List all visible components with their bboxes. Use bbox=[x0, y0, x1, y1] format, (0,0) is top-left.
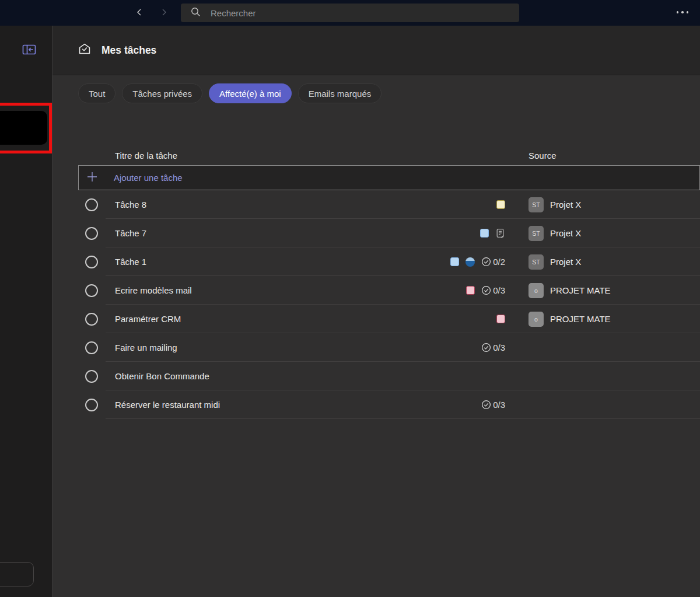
teams-top-bar bbox=[0, 0, 700, 26]
tab-assigned-to-me[interactable]: Affecté(e) à moi bbox=[209, 83, 292, 103]
task-indicators: 0/3 bbox=[388, 343, 505, 352]
task-title: Tâche 7 bbox=[115, 228, 388, 238]
checklist-check-icon bbox=[481, 285, 491, 295]
task-title: Paramétrer CRM bbox=[115, 314, 388, 324]
task-title: Tâche 8 bbox=[115, 200, 388, 210]
task-row[interactable]: Ecrire modèles mail0/3oPROJET MATE bbox=[52, 276, 700, 305]
search-bar[interactable] bbox=[181, 4, 519, 22]
tasks-app-main: Mes tâches ToutTâches privéesAffecté(e) … bbox=[52, 26, 700, 597]
page-header: Mes tâches bbox=[52, 26, 700, 75]
task-indicators: 0/3 bbox=[388, 285, 505, 295]
checklist-progress-value: 0/2 bbox=[493, 257, 505, 267]
task-source: oPROJET MATE bbox=[528, 312, 700, 327]
label-chip-blue bbox=[450, 257, 459, 266]
task-complete-checkbox[interactable] bbox=[85, 227, 98, 240]
task-title: Ecrire modèles mail bbox=[115, 285, 388, 295]
source-badge: o bbox=[528, 312, 544, 327]
task-indicators bbox=[388, 228, 505, 239]
plus-icon bbox=[86, 170, 99, 186]
checklist-check-icon bbox=[481, 400, 491, 410]
source-badge: ST bbox=[528, 197, 544, 212]
forward-button[interactable] bbox=[155, 5, 173, 21]
source-name: PROJET MATE bbox=[550, 314, 611, 324]
app-sidebar bbox=[0, 26, 52, 597]
tab-all[interactable]: Tout bbox=[78, 83, 116, 103]
column-header-source: Source bbox=[528, 151, 700, 160]
tab-flagged-emails[interactable]: Emails marqués bbox=[298, 83, 382, 103]
task-complete-checkbox[interactable] bbox=[85, 198, 98, 211]
task-source: STProjet X bbox=[528, 226, 700, 241]
checklist-progress: 0/2 bbox=[481, 257, 505, 267]
source-badge: ST bbox=[528, 254, 544, 270]
label-chip-pink bbox=[466, 286, 475, 295]
checklist-progress-value: 0/3 bbox=[493, 285, 505, 295]
back-button[interactable] bbox=[131, 5, 148, 21]
checklist-progress-value: 0/3 bbox=[493, 400, 505, 410]
checklist-check-icon bbox=[481, 343, 491, 352]
task-row[interactable]: Obtenir Bon Commande bbox=[52, 362, 700, 390]
task-row[interactable]: Paramétrer CRMoPROJET MATE bbox=[52, 305, 700, 333]
task-complete-checkbox[interactable] bbox=[85, 313, 98, 326]
source-name: Projet X bbox=[550, 200, 581, 210]
page-title: Mes tâches bbox=[102, 44, 156, 57]
label-chip-yellow bbox=[496, 200, 505, 209]
task-complete-checkbox[interactable] bbox=[85, 399, 98, 411]
task-indicators bbox=[388, 200, 505, 209]
task-source: STProjet X bbox=[528, 197, 700, 212]
tab-private-tasks[interactable]: Tâches privées bbox=[122, 83, 202, 103]
note-icon bbox=[495, 228, 505, 239]
task-title: Obtenir Bon Commande bbox=[115, 371, 388, 381]
task-row[interactable]: Tâche 10/2STProjet X bbox=[52, 247, 700, 276]
task-indicators: 0/2 bbox=[388, 257, 505, 267]
task-row[interactable]: Faire un mailing0/3 bbox=[52, 333, 700, 362]
label-chip-blue bbox=[480, 229, 489, 238]
task-complete-checkbox[interactable] bbox=[85, 284, 98, 297]
add-task-row[interactable]: Ajouter une tâche bbox=[78, 165, 700, 190]
task-title: Réserver le restaurant midi bbox=[115, 400, 388, 410]
table-header: Titre de la tâche Source bbox=[52, 145, 700, 165]
column-header-title: Titre de la tâche bbox=[115, 151, 388, 160]
annotation-highlight-box bbox=[0, 103, 52, 153]
task-complete-checkbox[interactable] bbox=[85, 341, 98, 354]
sidebar-bottom-button[interactable] bbox=[0, 562, 34, 586]
checklist-check-icon bbox=[481, 257, 491, 267]
task-row[interactable]: Tâche 7STProjet X bbox=[52, 219, 700, 247]
search-input[interactable] bbox=[209, 8, 489, 19]
in-progress-icon bbox=[466, 257, 475, 267]
label-chip-pink bbox=[496, 315, 505, 323]
collapse-sidebar-button[interactable] bbox=[20, 41, 38, 60]
collapse-panel-icon bbox=[20, 51, 38, 60]
task-indicators: 0/3 bbox=[388, 400, 505, 410]
chevron-right-icon bbox=[159, 8, 169, 19]
task-rows: Tâche 8STProjet XTâche 7STProjet XTâche … bbox=[52, 190, 700, 419]
checklist-progress-value: 0/3 bbox=[493, 343, 505, 352]
task-source: STProjet X bbox=[528, 254, 700, 270]
source-name: Projet X bbox=[550, 228, 581, 238]
checklist-progress: 0/3 bbox=[481, 285, 505, 295]
source-name: PROJET MATE bbox=[550, 285, 611, 295]
filter-tabs: ToutTâches privéesAffecté(e) à moiEmails… bbox=[78, 83, 700, 103]
chevron-left-icon bbox=[135, 8, 144, 19]
add-task-label: Ajouter une tâche bbox=[114, 173, 183, 183]
task-complete-checkbox[interactable] bbox=[85, 256, 98, 268]
task-row[interactable]: Tâche 8STProjet X bbox=[52, 190, 700, 219]
source-badge: ST bbox=[528, 226, 544, 241]
tasks-app-icon bbox=[78, 43, 91, 58]
task-title: Tâche 1 bbox=[115, 257, 388, 267]
task-complete-checkbox[interactable] bbox=[85, 370, 98, 383]
source-name: Projet X bbox=[550, 257, 581, 267]
more-options-icon[interactable] bbox=[677, 11, 689, 13]
checklist-progress: 0/3 bbox=[481, 400, 505, 410]
source-badge: o bbox=[528, 283, 544, 298]
task-indicators bbox=[388, 315, 505, 323]
row-separator bbox=[106, 418, 700, 419]
task-row[interactable]: Réserver le restaurant midi0/3 bbox=[52, 390, 700, 419]
task-title: Faire un mailing bbox=[115, 343, 388, 352]
task-source: oPROJET MATE bbox=[528, 283, 700, 298]
checklist-progress: 0/3 bbox=[481, 343, 505, 352]
search-icon bbox=[191, 7, 201, 19]
